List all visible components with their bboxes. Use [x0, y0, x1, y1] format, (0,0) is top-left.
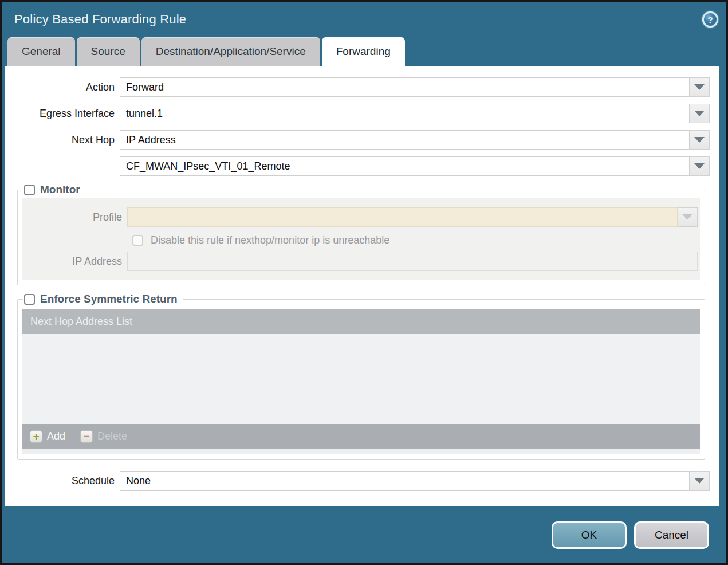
- chevron-down-icon: [694, 84, 705, 90]
- disable-rule-checkbox: [132, 235, 143, 246]
- next-hop-row: Next Hop IP Address: [5, 130, 710, 150]
- schedule-dropdown-button[interactable]: [690, 471, 710, 491]
- profile-row: Profile: [22, 207, 698, 227]
- monitor-legend-label: Monitor: [40, 182, 80, 197]
- add-button-label: Add: [47, 430, 65, 442]
- plus-icon: +: [30, 430, 42, 443]
- profile-dropdown-button: [678, 207, 698, 227]
- schedule-row: Schedule None: [5, 471, 710, 491]
- next-hop-address-row: CF_MWAN_IPsec_VTI_01_Remote: [5, 156, 710, 176]
- dialog-title: Policy Based Forwarding Rule: [14, 12, 186, 27]
- next-hop-address-list-header: Next Hop Address List: [22, 309, 700, 334]
- ok-button[interactable]: OK: [552, 521, 627, 549]
- table-resize-strip: [22, 449, 700, 454]
- next-hop-type-dropdown-button[interactable]: [690, 130, 710, 150]
- next-hop-address-list-table: Next Hop Address List + Add − Delete: [22, 309, 700, 454]
- egress-interface-select[interactable]: tunnel.1: [120, 104, 690, 123]
- tab-forwarding[interactable]: Forwarding: [322, 37, 405, 66]
- chevron-down-icon: [694, 111, 705, 116]
- egress-interface-label: Egress Interface: [5, 108, 120, 120]
- enforce-symmetric-return-legend: Enforce Symmetric Return: [23, 292, 183, 307]
- next-hop-address-dropdown-button[interactable]: [690, 156, 710, 176]
- action-select[interactable]: Forward: [120, 77, 690, 97]
- next-hop-address-select[interactable]: CF_MWAN_IPsec_VTI_01_Remote: [120, 156, 690, 176]
- delete-button-label: Delete: [97, 430, 127, 442]
- monitor-fieldset: Monitor Profile Disable this rule if nex…: [17, 190, 705, 285]
- help-icon[interactable]: ?: [702, 11, 718, 28]
- next-hop-address-list-body[interactable]: [22, 334, 700, 424]
- monitor-ip-address-row: IP Address: [22, 252, 698, 271]
- disable-rule-row: Disable this rule if nexthop/monitor ip …: [132, 234, 698, 246]
- tab-destination-application-service[interactable]: Destination/Application/Service: [141, 37, 320, 66]
- action-row: Action Forward: [5, 77, 710, 97]
- monitor-checkbox[interactable]: [24, 185, 35, 195]
- profile-label: Profile: [22, 211, 127, 223]
- schedule-select[interactable]: None: [120, 471, 690, 491]
- tab-general[interactable]: General: [7, 37, 75, 66]
- enforce-symmetric-return-fieldset: Enforce Symmetric Return Next Hop Addres…: [17, 299, 705, 460]
- minus-icon: −: [80, 430, 93, 443]
- egress-interface-dropdown-button[interactable]: [690, 104, 710, 123]
- action-dropdown-button[interactable]: [690, 77, 710, 97]
- next-hop-address-list-footer: + Add − Delete: [22, 424, 700, 449]
- enforce-symmetric-return-checkbox[interactable]: [24, 294, 35, 305]
- forwarding-tab-panel: Action Forward Egress Interface tunnel.1…: [5, 66, 719, 506]
- chevron-down-icon: [694, 163, 705, 169]
- monitor-ip-address-input: [127, 252, 698, 271]
- cancel-button[interactable]: Cancel: [634, 521, 709, 549]
- egress-interface-row: Egress Interface tunnel.1: [5, 104, 710, 123]
- monitor-ip-address-label: IP Address: [22, 256, 127, 268]
- next-hop-label: Next Hop: [5, 134, 120, 146]
- policy-based-forwarding-dialog: Policy Based Forwarding Rule ? General S…: [0, 0, 728, 565]
- monitor-legend: Monitor: [23, 182, 86, 197]
- chevron-down-icon: [682, 214, 692, 220]
- next-hop-type-select[interactable]: IP Address: [120, 130, 690, 150]
- dialog-footer: OK Cancel: [2, 506, 726, 563]
- monitor-panel: Profile Disable this rule if nexthop/mon…: [22, 198, 700, 280]
- chevron-down-icon: [694, 137, 705, 143]
- action-label: Action: [5, 81, 120, 93]
- disable-rule-label: Disable this rule if nexthop/monitor ip …: [151, 234, 389, 246]
- tab-bar: General Source Destination/Application/S…: [2, 37, 726, 66]
- delete-button: − Delete: [80, 430, 127, 443]
- schedule-label: Schedule: [5, 475, 120, 487]
- enforce-symmetric-return-legend-label: Enforce Symmetric Return: [40, 292, 178, 307]
- tab-source[interactable]: Source: [77, 37, 140, 66]
- dialog-titlebar: Policy Based Forwarding Rule ?: [2, 2, 726, 37]
- add-button[interactable]: + Add: [30, 430, 65, 443]
- chevron-down-icon: [694, 478, 705, 484]
- profile-select: [127, 207, 678, 227]
